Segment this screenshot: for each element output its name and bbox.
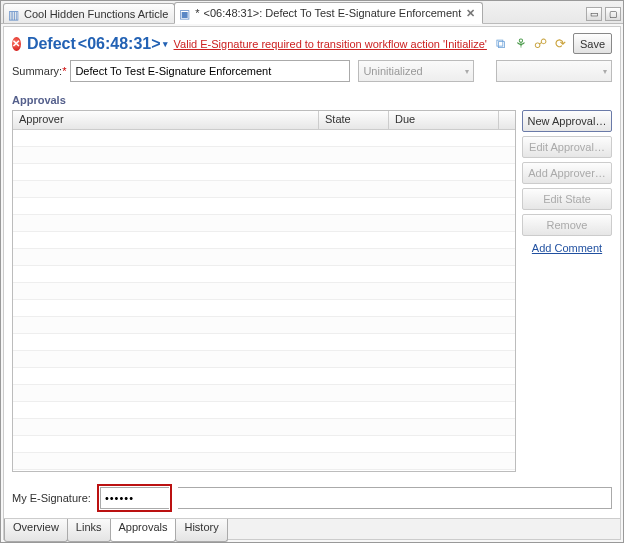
col-due[interactable]: Due bbox=[389, 111, 499, 129]
e-signature-input-extent[interactable] bbox=[178, 487, 612, 509]
approvals-body: Approver State Due New Approval… Edit Ap… bbox=[12, 110, 612, 472]
save-button[interactable]: Save bbox=[573, 33, 612, 54]
remove-button: Remove bbox=[522, 214, 612, 236]
editor-tab-label: <06:48:31>: Defect To Test E-Signature E… bbox=[204, 7, 462, 19]
table-row bbox=[13, 266, 515, 283]
state-select-value: Uninitialized bbox=[363, 65, 422, 77]
title-id: <06:48:31> bbox=[78, 35, 161, 53]
close-icon[interactable]: ✕ bbox=[465, 7, 476, 20]
edit-state-button: Edit State bbox=[522, 188, 612, 210]
header-toolbar: ⧉ ⚘ ☍ ⟳ Save bbox=[493, 33, 612, 54]
state-select[interactable]: Uninitialized ▾ bbox=[358, 60, 474, 82]
page-title[interactable]: Defect <06:48:31> ▾ bbox=[27, 35, 168, 53]
app-window: Cool Hidden Functions Article * <06:48:3… bbox=[0, 0, 624, 543]
summary-label: Summary:* bbox=[12, 65, 66, 77]
table-row bbox=[13, 470, 515, 471]
col-state[interactable]: State bbox=[319, 111, 389, 129]
editor-tab-article[interactable]: Cool Hidden Functions Article bbox=[3, 3, 175, 23]
approvals-table: Approver State Due bbox=[12, 110, 516, 472]
e-signature-row: My E-Signature: bbox=[4, 478, 620, 518]
table-row bbox=[13, 130, 515, 147]
table-row bbox=[13, 147, 515, 164]
add-comment-link[interactable]: Add Comment bbox=[522, 240, 612, 256]
error-icon: ✕ bbox=[12, 37, 21, 51]
table-row bbox=[13, 368, 515, 385]
approvals-table-header: Approver State Due bbox=[13, 111, 515, 130]
secondary-select[interactable]: ▾ bbox=[496, 60, 612, 82]
dirty-marker: * bbox=[195, 7, 199, 19]
required-marker: * bbox=[62, 65, 66, 77]
form-header: ✕ Defect <06:48:31> ▾ Valid E-Signature … bbox=[4, 27, 620, 58]
save-button-label: Save bbox=[580, 38, 605, 50]
table-row bbox=[13, 402, 515, 419]
chevron-down-icon: ▾ bbox=[603, 67, 607, 76]
tab-overview[interactable]: Overview bbox=[4, 519, 68, 542]
table-row bbox=[13, 164, 515, 181]
users-icon[interactable]: ⚘ bbox=[513, 36, 529, 52]
approvals-heading: Approvals bbox=[12, 92, 612, 110]
view-buttons: ▭ ▢ bbox=[586, 7, 621, 23]
editor-body: ✕ Defect <06:48:31> ▾ Valid E-Signature … bbox=[3, 26, 621, 540]
minimize-view-button[interactable]: ▭ bbox=[586, 7, 602, 21]
approvals-table-body[interactable] bbox=[13, 130, 515, 471]
maximize-view-button[interactable]: ▢ bbox=[605, 7, 621, 21]
tab-links[interactable]: Links bbox=[67, 519, 111, 542]
table-row bbox=[13, 436, 515, 453]
article-icon bbox=[8, 8, 20, 20]
editor-tab-bar: Cool Hidden Functions Article * <06:48:3… bbox=[1, 1, 623, 24]
table-row bbox=[13, 419, 515, 436]
relationships-icon[interactable]: ☍ bbox=[533, 36, 549, 52]
table-row bbox=[13, 385, 515, 402]
table-row bbox=[13, 198, 515, 215]
defect-icon bbox=[179, 7, 191, 19]
e-signature-highlight bbox=[97, 484, 172, 512]
chevron-down-icon: ▾ bbox=[465, 67, 469, 76]
new-approval-button[interactable]: New Approval… bbox=[522, 110, 612, 132]
copy-icon[interactable]: ⧉ bbox=[493, 36, 509, 52]
summary-row: Summary:* Uninitialized ▾ ▾ bbox=[4, 58, 620, 88]
editor-tab-defect[interactable]: * <06:48:31>: Defect To Test E-Signature… bbox=[174, 2, 483, 24]
approvals-section: Approvals Approver State Due New Approva… bbox=[4, 88, 620, 478]
bottom-tab-bar: Overview Links Approvals History bbox=[4, 518, 620, 539]
table-row bbox=[13, 317, 515, 334]
tab-history[interactable]: History bbox=[175, 519, 227, 542]
editor-tab-label: Cool Hidden Functions Article bbox=[24, 8, 168, 20]
table-row bbox=[13, 334, 515, 351]
table-row bbox=[13, 215, 515, 232]
add-approver-button: Add Approver… bbox=[522, 162, 612, 184]
table-row bbox=[13, 351, 515, 368]
workflow-validation-message[interactable]: Valid E-Signature required to transition… bbox=[174, 38, 487, 50]
tab-approvals[interactable]: Approvals bbox=[110, 519, 177, 542]
table-row bbox=[13, 300, 515, 317]
edit-approval-button: Edit Approval… bbox=[522, 136, 612, 158]
table-row bbox=[13, 249, 515, 266]
table-row bbox=[13, 453, 515, 470]
table-row bbox=[13, 283, 515, 300]
e-signature-label: My E-Signature: bbox=[12, 492, 91, 504]
summary-input[interactable] bbox=[70, 60, 350, 82]
refresh-icon[interactable]: ⟳ bbox=[553, 36, 569, 52]
chevron-down-icon[interactable]: ▾ bbox=[163, 39, 168, 49]
col-scrollspacer bbox=[499, 111, 515, 129]
table-row bbox=[13, 181, 515, 198]
col-approver[interactable]: Approver bbox=[13, 111, 319, 129]
e-signature-input[interactable] bbox=[100, 487, 169, 509]
approvals-actions: New Approval… Edit Approval… Add Approve… bbox=[522, 110, 612, 472]
table-row bbox=[13, 232, 515, 249]
title-prefix: Defect bbox=[27, 35, 76, 53]
